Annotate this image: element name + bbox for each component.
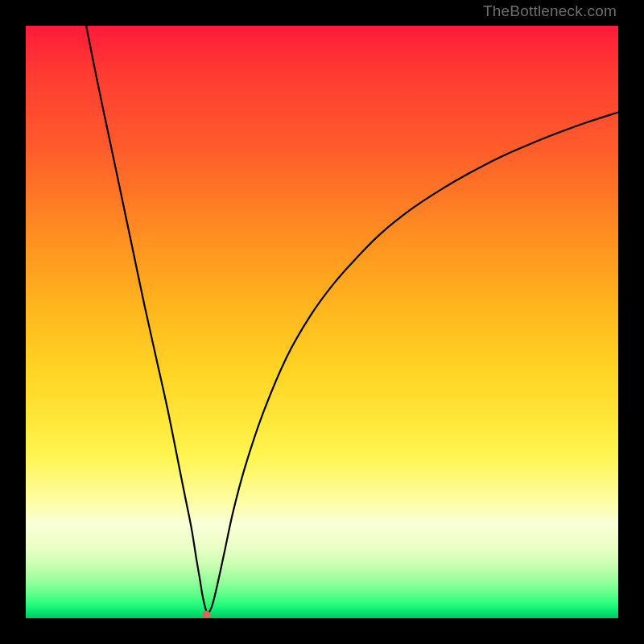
chart-stage: TheBottleneck.com (0, 0, 644, 644)
bottleneck-curve (86, 26, 618, 613)
plot-area (26, 26, 618, 618)
curve-svg (26, 26, 618, 618)
watermark-text: TheBottleneck.com (483, 2, 617, 20)
